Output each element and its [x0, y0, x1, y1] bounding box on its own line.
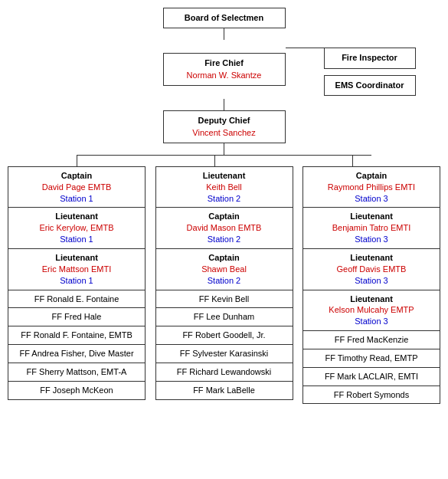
- col2-cell-1-line-0: Captain: [161, 211, 288, 222]
- col3-cell-2-line-2: Station 3: [308, 275, 435, 287]
- column-1: CaptainDavid Page EMTBStation 1Lieutenan…: [8, 166, 146, 400]
- col3-cell-4-text: FF Fred MacKenzie: [335, 335, 409, 344]
- col2-cell-8-text: FF Mark LaBelle: [193, 385, 255, 395]
- col2-cell-7-text: FF Richard Lewandowski: [177, 367, 272, 376]
- deputy-connector: [8, 143, 440, 166]
- col3-cell-3-line-1: Kelson Mulcahy EMTP: [308, 304, 435, 316]
- col3-cell-2: LieutenantGeoff Davis EMTBStation 3: [303, 249, 440, 290]
- col1-cell-2: LieutenantEric Mattson EMTIStation 1: [8, 249, 145, 290]
- fire-chief-title: Fire Chief: [170, 57, 279, 69]
- h-line-right: [286, 48, 324, 48]
- connector-v3: [224, 143, 224, 155]
- ems-coordinator-box: EMS Coordinator: [324, 75, 416, 96]
- fire-chief-name: Norman W. Skantze: [170, 70, 279, 81]
- col1-cell-1-line-0: Lieutenant: [13, 211, 140, 222]
- col3-cell-0: CaptainRaymond Phillips EMTIStation 3: [303, 167, 440, 208]
- col3-cell-2-line-1: Geoff Davis EMTB: [308, 264, 435, 275]
- deputy-chief-box: Deputy Chief Vincent Sanchez: [163, 110, 286, 143]
- col1-cell-4: FF Fred Hale: [8, 308, 145, 326]
- col1-cell-0-line-2: Station 1: [13, 193, 140, 205]
- col3-cell-7-text: FF Robert Symonds: [334, 390, 409, 399]
- col1-cell-0-line-0: Captain: [13, 170, 140, 182]
- col1-cell-3-text: FF Ronald E. Fontaine: [34, 294, 119, 303]
- col3-v-drop: [283, 155, 421, 166]
- column-2: LieutenantKeith BellStation 2CaptainDavi…: [155, 166, 293, 400]
- col3-cell-5-text: FF Timothy Read, EMTP: [325, 353, 417, 363]
- col1-cell-7: FF Sherry Mattson, EMT-A: [8, 363, 145, 382]
- columns-row: CaptainDavid Page EMTBStation 1Lieutenan…: [8, 166, 440, 405]
- ems-coordinator-label: EMS Coordinator: [335, 80, 404, 90]
- chief-right-section: Fire Inspector EMS Coordinator: [286, 40, 441, 99]
- col1-cell-0: CaptainDavid Page EMTBStation 1: [8, 167, 145, 208]
- col3-cell-1-line-0: Lieutenant: [308, 211, 435, 222]
- col2-cell-1-line-2: Station 2: [161, 234, 288, 245]
- col2-cell-0-line-0: Lieutenant: [161, 170, 288, 182]
- col3-cell-4: FF Fred MacKenzie: [303, 331, 440, 349]
- col1-cell-6: FF Andrea Fisher, Dive Master: [8, 345, 145, 363]
- deputy-chief-name: Vincent Sanchez: [170, 127, 279, 139]
- col1-cell-3: FF Ronald E. Fontaine: [8, 290, 145, 309]
- h-bar: [77, 155, 371, 156]
- connector-v2: [224, 99, 224, 110]
- col3-cell-3-line-0: Lieutenant: [308, 294, 435, 305]
- col1-cell-1-line-2: Station 1: [13, 234, 140, 245]
- col1-v-drop: [8, 155, 146, 166]
- col2-v-line: [214, 155, 215, 166]
- fire-inspector-box: Fire Inspector: [324, 48, 416, 68]
- col1-cell-8: FF Joseph McKeon: [8, 382, 145, 399]
- col3-cell-2-line-0: Lieutenant: [308, 252, 435, 264]
- col2-cell-2-line-1: Shawn Beal: [161, 264, 288, 275]
- col2-cell-2-line-0: Captain: [161, 252, 288, 264]
- col2-cell-3: FF Kevin Bell: [156, 290, 293, 309]
- col1-cell-5-text: FF Ronald F. Fontaine, EMTB: [21, 330, 132, 340]
- col3-cell-0-line-2: Station 3: [308, 193, 435, 205]
- col3-cell-3-line-2: Station 3: [308, 316, 435, 327]
- col2-cell-0: LieutenantKeith BellStation 2: [156, 167, 293, 208]
- h-bar-row: [8, 155, 440, 166]
- col2-cell-1-line-1: David Mason EMTB: [161, 222, 288, 234]
- col2-cell-6: FF Sylvester Karasinski: [156, 345, 293, 363]
- chief-row: Fire Chief Norman W. Skantze Fire Inspec…: [8, 40, 440, 99]
- col2-cell-1: CaptainDavid Mason EMTBStation 2: [156, 208, 293, 249]
- col3-cell-0-line-0: Captain: [308, 170, 435, 182]
- col1-cell-4-text: FF Fred Hale: [52, 312, 102, 321]
- deputy-chief-title: Deputy Chief: [170, 115, 279, 126]
- fire-inspector-label: Fire Inspector: [342, 53, 397, 62]
- col1-cell-0-line-1: David Page EMTB: [13, 182, 140, 193]
- col1-cell-1: LieutenantEric Kerylow, EMTBStation 1: [8, 208, 145, 249]
- col2-cell-3-text: FF Kevin Bell: [199, 294, 249, 303]
- col1-cell-2-line-2: Station 1: [13, 275, 140, 287]
- board-box: Board of Selectmen: [163, 8, 286, 28]
- col1-v-line: [77, 155, 77, 166]
- connector-v1: [224, 28, 224, 40]
- col3-cell-1-line-2: Station 3: [308, 234, 435, 245]
- org-chart: Board of Selectmen Fire Chief Norman W. …: [8, 8, 440, 404]
- col1-cell-1-line-1: Eric Kerylow, EMTB: [13, 222, 140, 234]
- col1-cell-6-text: FF Andrea Fisher, Dive Master: [19, 349, 133, 358]
- col1-cell-7-text: FF Sherry Mattson, EMT-A: [27, 367, 127, 376]
- col2-cell-4-text: FF Lee Dunham: [194, 312, 254, 321]
- col2-v-drop: [146, 155, 283, 166]
- col2-cell-0-line-2: Station 2: [161, 193, 288, 205]
- col2-cell-2: CaptainShawn BealStation 2: [156, 249, 293, 290]
- fire-chief-box: Fire Chief Norman W. Skantze: [163, 53, 286, 86]
- col3-cell-6: FF Mark LACLAIR, EMTI: [303, 368, 440, 386]
- col3-cell-7: FF Robert Symonds: [303, 386, 440, 404]
- col1-cell-2-line-1: Eric Mattson EMTI: [13, 264, 140, 275]
- col1-cell-5: FF Ronald F. Fontaine, EMTB: [8, 326, 145, 345]
- col3-v-line: [352, 155, 353, 166]
- col2-cell-4: FF Lee Dunham: [156, 308, 293, 326]
- col2-cell-6-text: FF Sylvester Karasinski: [180, 349, 269, 358]
- col2-cell-0-line-1: Keith Bell: [161, 182, 288, 193]
- col3-cell-3: LieutenantKelson Mulcahy EMTPStation 3: [303, 290, 440, 332]
- col3-cell-0-line-1: Raymond Phillips EMTI: [308, 182, 435, 193]
- col2-cell-8: FF Mark LaBelle: [156, 382, 293, 399]
- col2-cell-5-text: FF Robert Goodell, Jr.: [182, 330, 265, 340]
- col3-cell-1: LieutenantBenjamin Tatro EMTIStation 3: [303, 208, 440, 249]
- column-3: CaptainRaymond Phillips EMTIStation 3Lie…: [302, 166, 440, 405]
- col3-cell-5: FF Timothy Read, EMTP: [303, 349, 440, 368]
- col3-cell-1-line-1: Benjamin Tatro EMTI: [308, 222, 435, 234]
- col2-cell-5: FF Robert Goodell, Jr.: [156, 326, 293, 345]
- col1-cell-2-line-0: Lieutenant: [13, 252, 140, 264]
- col2-cell-2-line-2: Station 2: [161, 275, 288, 287]
